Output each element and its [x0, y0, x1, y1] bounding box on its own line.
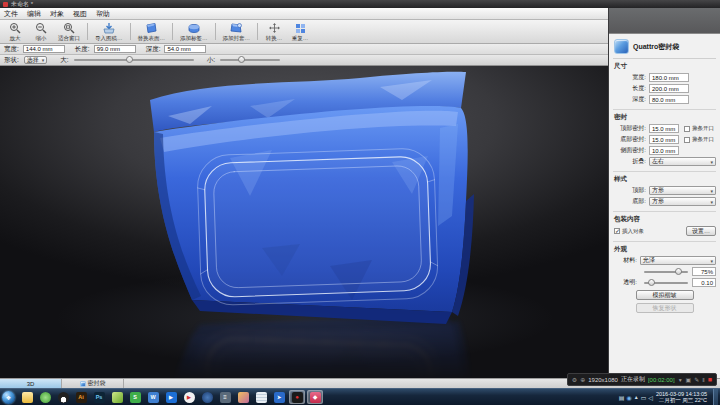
recorder-pen-icon[interactable]: ✎ — [694, 376, 699, 383]
start-button[interactable]: ❖ — [2, 391, 15, 404]
taskbar-clock[interactable]: 2016-03-09 14:13:05 二月初一 周三 22°C — [656, 391, 710, 404]
window-title: 未命名 * — [11, 0, 33, 8]
style-top-select[interactable]: 方形 ▾ — [649, 186, 716, 195]
transparency-slider[interactable] — [644, 282, 688, 284]
size-width-field[interactable]: 180.0 mm — [649, 73, 689, 82]
recorder-zoom-icon[interactable]: ⊕ — [580, 376, 585, 383]
material-select[interactable]: 光泽 ▾ — [640, 256, 716, 265]
zoom-in-button[interactable]: 放大 — [2, 20, 28, 43]
taskbar-s-app[interactable]: S — [127, 390, 143, 404]
recorder-pause-icon[interactable]: ‖ — [702, 377, 704, 383]
tray-upload-icon[interactable]: ▲ — [634, 394, 639, 400]
replace-surface-button[interactable]: 替换表面… — [134, 20, 170, 43]
3d-viewport[interactable] — [0, 66, 608, 378]
transparency-slider-thumb[interactable] — [648, 279, 655, 286]
taskbar-w-app[interactable]: W — [145, 390, 161, 404]
recorder-dropdown-icon[interactable]: ▼ — [678, 377, 683, 383]
chevron-down-icon: ▾ — [710, 188, 713, 194]
tray-volume-icon[interactable]: ◁ — [648, 394, 653, 401]
seal-section: 密封 顶部密封: 15.0 mm 撕条开口 底部密封: 15.0 mm 撕条开口 — [613, 110, 716, 172]
turn-flip-button[interactable]: 转换… — [261, 20, 287, 43]
tray-folder-icon[interactable]: ▤ — [619, 394, 625, 401]
shape-select[interactable]: 选择 ▾ — [24, 56, 48, 64]
zoom-out-label: 缩小 — [36, 35, 47, 42]
length-field[interactable]: 99.0 mm — [94, 45, 136, 53]
size-depth-field[interactable]: 80.0 mm — [649, 95, 689, 104]
replace-surface-icon — [144, 22, 158, 34]
top-tear-checkbox[interactable] — [684, 126, 690, 132]
zoom-out-button[interactable]: 缩小 — [28, 20, 54, 43]
taskbar-photoshop[interactable]: Ps — [91, 390, 107, 404]
big-slider[interactable] — [74, 59, 194, 61]
menu-view[interactable]: 视图 — [73, 9, 87, 19]
size-length-field[interactable]: 200.0 mm — [649, 84, 689, 93]
toolbar-separator — [215, 23, 216, 40]
fit-window-button[interactable]: 适合窗口 — [54, 20, 84, 43]
globe-icon — [202, 392, 213, 403]
big-slider-thumb[interactable] — [126, 56, 133, 63]
taskbar-360-safe[interactable] — [37, 390, 53, 404]
taskbar-player-blue[interactable]: ▶ — [163, 390, 179, 404]
chevron-down-icon: ▾ — [710, 258, 713, 264]
style-bottom-label: 底部: — [613, 197, 646, 206]
taskbar-paint-app[interactable] — [235, 390, 251, 404]
shape-bar: 形状: 选择 ▾ 大: 小: — [0, 55, 608, 66]
insert-object-checkbox[interactable] — [614, 228, 620, 234]
recorder-settings-icon[interactable]: ⚙ — [572, 376, 577, 383]
bottom-seal-field[interactable]: 15.0 mm — [649, 135, 679, 144]
taskbar-screen-recorder[interactable]: ● — [289, 390, 305, 404]
fold-select[interactable]: 左右 ▾ — [649, 157, 716, 166]
bottom-tear-checkbox[interactable] — [684, 137, 690, 143]
size-length-label: 长度: — [613, 84, 646, 93]
taskbar-pointer-app[interactable]: ➤ — [271, 390, 287, 404]
settings-button[interactable]: 设置… — [686, 226, 716, 236]
gloss-slider-thumb[interactable] — [675, 268, 682, 275]
tray-network-icon[interactable]: ◉ — [626, 394, 631, 401]
add-sleeve-button[interactable]: 添加封套… — [219, 20, 255, 43]
recorder-stop-icon[interactable]: ■ — [708, 376, 712, 383]
side-seal-label: 侧面密封: — [613, 146, 646, 155]
menu-help[interactable]: 帮助 — [96, 9, 110, 19]
recorder-status: 正在录制 — [621, 375, 645, 384]
taskbar-list-app[interactable]: ≡ — [217, 390, 233, 404]
taskbar-browser[interactable] — [199, 390, 215, 404]
depth-field[interactable]: 54.0 mm — [164, 45, 206, 53]
small-slider-thumb[interactable] — [238, 56, 245, 63]
menu-file[interactable]: 文件 — [4, 9, 18, 19]
add-label-button[interactable]: 添加标签… — [176, 20, 212, 43]
size-depth-label: 深度: — [613, 95, 646, 104]
gloss-value[interactable]: 75% — [692, 267, 716, 276]
simulate-wrinkles-button[interactable]: 模拟褶皱 — [636, 290, 694, 300]
tray-display-icon[interactable]: ▭ — [641, 394, 647, 401]
play-circle-icon: ▶ — [184, 392, 195, 403]
taskbar-green-app[interactable] — [109, 390, 125, 404]
start-orb-icon: ❖ — [6, 394, 11, 401]
small-slider[interactable] — [220, 59, 280, 61]
shield-circle-icon — [40, 392, 51, 403]
taskbar-studio-toolkit[interactable]: ◆ — [307, 390, 323, 404]
repeat-button[interactable]: 重复… — [287, 20, 313, 43]
style-bottom-select[interactable]: 方形 ▾ — [649, 197, 716, 206]
gloss-slider[interactable] — [644, 271, 688, 273]
menu-object[interactable]: 对象 — [50, 9, 64, 19]
taskbar-illustrator[interactable]: Ai — [73, 390, 89, 404]
import-artwork-button[interactable]: 导入图稿… — [91, 20, 127, 43]
fold-label: 折叠: — [613, 157, 646, 166]
taskbar-explorer[interactable] — [19, 390, 35, 404]
width-field[interactable]: 144.0 mm — [23, 45, 65, 53]
contents-section: 包装内容 插入对象 设置… — [613, 212, 716, 242]
top-tear-label: 撕条开口 — [692, 125, 714, 132]
taskbar-notes-app[interactable] — [253, 390, 269, 404]
tab-3d[interactable]: 3D — [0, 379, 62, 388]
taskbar-player-red[interactable]: ▶ — [181, 390, 197, 404]
tab-bag[interactable]: 密封袋 — [62, 379, 124, 388]
turn-flip-label: 转换… — [266, 35, 283, 42]
top-seal-field[interactable]: 15.0 mm — [649, 124, 679, 133]
size-heading: 尺寸 — [614, 62, 716, 71]
menu-edit[interactable]: 编辑 — [27, 9, 41, 19]
show-desktop-button[interactable] — [713, 389, 718, 405]
side-seal-field[interactable]: 10.0 mm — [649, 146, 679, 155]
taskbar-qq[interactable] — [55, 390, 71, 404]
recorder-snapshot-icon[interactable]: ▣ — [686, 376, 692, 383]
transparency-value[interactable]: 0.10 — [692, 278, 716, 287]
